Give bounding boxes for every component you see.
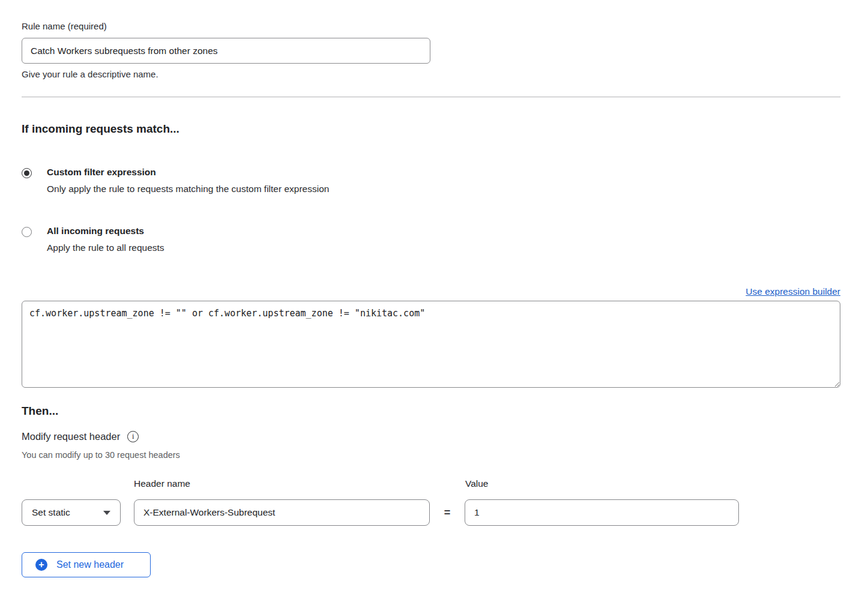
plus-icon: + [35, 559, 47, 571]
set-new-header-button-label: Set new header [56, 559, 124, 570]
modify-header-helper: You can modify up to 30 request headers [22, 450, 840, 460]
filter-expression-textarea[interactable]: cf.worker.upstream_zone != "" or cf.work… [22, 301, 840, 388]
set-new-header-button[interactable]: + Set new header [22, 552, 151, 577]
expression-builder-link-row: Use expression builder [22, 286, 840, 297]
rule-editor-form: Rule name (required) Give your rule a de… [22, 20, 840, 577]
radio-option-description: Only apply the rule to requests matching… [47, 184, 329, 194]
header-rule-row: Set static = [22, 499, 840, 526]
radio-option-text: All incoming requests Apply the rule to … [47, 226, 164, 253]
equals-sign: = [430, 507, 465, 519]
use-expression-builder-link[interactable]: Use expression builder [746, 286, 840, 296]
radio-option-all-requests[interactable]: All incoming requests Apply the rule to … [22, 226, 840, 253]
then-section-heading: Then... [22, 405, 840, 418]
value-column-label: Value [465, 478, 489, 489]
radio-dot [24, 170, 29, 176]
modify-request-header-label: Modify request header [22, 430, 120, 442]
radio-option-label: Custom filter expression [47, 167, 329, 178]
header-value-input[interactable] [465, 499, 739, 526]
column-labels-row: Header nameValue [22, 478, 840, 489]
header-name-column-label: Header name [134, 478, 465, 489]
radio-option-text: Custom filter expression Only apply the … [47, 167, 329, 194]
radio-option-label: All incoming requests [47, 226, 164, 236]
radio-option-custom-filter[interactable]: Custom filter expression Only apply the … [22, 167, 840, 194]
rule-name-label: Rule name (required) [22, 20, 840, 32]
radio-selected-icon[interactable] [22, 168, 32, 178]
chevron-down-icon [103, 511, 110, 515]
operation-select[interactable]: Set static [22, 499, 121, 526]
section-divider [22, 97, 840, 97]
match-section-heading: If incoming requests match... [22, 122, 840, 136]
operation-select-value: Set static [32, 507, 70, 518]
radio-option-description: Apply the rule to all requests [47, 242, 164, 253]
rule-name-input[interactable] [22, 38, 430, 64]
modify-request-header-row: Modify request header i [22, 430, 840, 442]
radio-unselected-icon[interactable] [22, 227, 32, 237]
header-name-input[interactable] [134, 499, 430, 526]
info-icon[interactable]: i [127, 431, 139, 442]
rule-name-helper: Give your rule a descriptive name. [22, 69, 840, 80]
